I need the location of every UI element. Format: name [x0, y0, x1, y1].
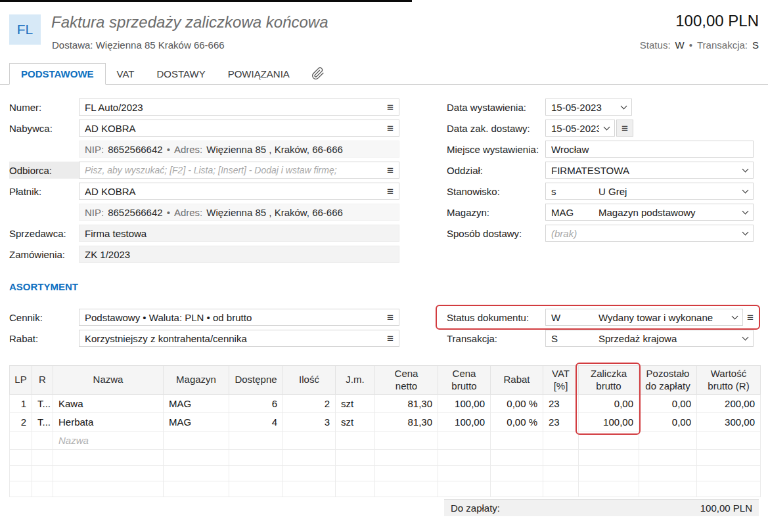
cell[interactable]: 0,00 [639, 395, 697, 413]
nip-label: NIP: [85, 144, 104, 155]
menu-icon[interactable]: ≡ [387, 123, 394, 134]
cell[interactable]: 81,30 [375, 395, 438, 413]
numer-input[interactable]: FL Auto/2023 ≡ [79, 99, 399, 116]
cell[interactable]: 300,00 [697, 413, 761, 432]
cell[interactable]: 6 [229, 395, 283, 413]
cell[interactable] [10, 432, 32, 450]
cell[interactable]: 4 [229, 413, 283, 432]
status-dokumentu-select[interactable]: W Wydany towar i wykonane [545, 309, 743, 326]
column-header-0[interactable]: LP [10, 366, 32, 395]
cell[interactable] [579, 432, 639, 450]
column-header-5[interactable]: Ilość [283, 366, 336, 395]
cennik-input[interactable]: Podstawowy • Waluta: PLN • od brutto ≡ [79, 309, 399, 326]
cell[interactable]: 3 [283, 413, 336, 432]
stanowisko-select[interactable]: s U Grej [545, 183, 754, 200]
tab-vat[interactable]: VAT [106, 63, 146, 84]
cell[interactable]: 0,00 [579, 395, 639, 413]
miejsce-wystawienia-input[interactable]: Wrocław [545, 141, 754, 158]
column-header-3[interactable]: Magazyn [164, 366, 229, 395]
cell[interactable] [32, 432, 53, 450]
data-zak-dostawy-select[interactable]: 15-05-2023 [545, 120, 615, 137]
cell[interactable]: 2 [283, 395, 336, 413]
menu-icon[interactable]: ≡ [387, 186, 394, 197]
cell[interactable]: 100,00 [438, 413, 491, 432]
cell[interactable]: 0,00 % [491, 413, 543, 432]
column-header-4[interactable]: Dostępne [229, 366, 283, 395]
menu-icon[interactable]: ≡ [747, 312, 754, 323]
column-header-1[interactable]: R [32, 366, 53, 395]
chevron-down-icon [621, 102, 627, 109]
cell[interactable]: 100,00 [579, 413, 639, 432]
cell [32, 466, 53, 481]
table-row[interactable]: 1T...KawaMAG62szt81,30100,000,00 %230,00… [10, 395, 761, 413]
cell[interactable]: 23 [543, 395, 579, 413]
data-zak-dostawy-menu-button[interactable]: ≡ [616, 120, 633, 137]
sposob-dostawy-select[interactable]: (brak) [545, 225, 754, 242]
oddzial-select[interactable]: FIRMATESTOWA [545, 162, 754, 179]
cell[interactable]: T... [32, 413, 53, 432]
magazyn-select[interactable]: MAG Magazyn podstawowy [545, 204, 754, 221]
column-header-13[interactable]: Wartość brutto (R) [697, 366, 761, 395]
cell[interactable]: MAG [164, 395, 229, 413]
transakcja-select[interactable]: S Sprzedaż krajowa [545, 330, 754, 347]
nip-value: 8652566642 [108, 207, 162, 218]
cell[interactable]: 2 [10, 413, 32, 432]
empty-row [10, 466, 761, 481]
cell[interactable] [639, 432, 697, 450]
cell[interactable]: 1 [10, 395, 32, 413]
cell [438, 481, 491, 497]
chevron-down-icon [742, 229, 749, 235]
table-row[interactable]: Nazwa [10, 432, 761, 450]
cell[interactable] [438, 432, 491, 450]
cell[interactable]: szt [336, 395, 375, 413]
odbiorca-input[interactable]: Pisz, aby wyszukać; [F2] - Lista; [Inser… [79, 162, 399, 179]
cell[interactable]: 100,00 [438, 395, 491, 413]
cell[interactable]: szt [336, 413, 375, 432]
column-header-7[interactable]: Cena netto [375, 366, 438, 395]
cell[interactable]: 200,00 [697, 395, 761, 413]
cell[interactable]: 23 [543, 413, 579, 432]
menu-icon[interactable]: ≡ [387, 312, 394, 323]
cell[interactable]: 81,30 [375, 413, 438, 432]
nabywca-input[interactable]: AD KOBRA ≡ [79, 120, 399, 137]
tab-podstawowe[interactable]: PODSTAWOWE [9, 63, 106, 85]
cell[interactable] [375, 432, 438, 450]
cell[interactable]: 0,00 % [491, 395, 543, 413]
column-header-9[interactable]: Rabat [491, 366, 543, 395]
cell[interactable]: Kawa [53, 395, 164, 413]
cell [164, 466, 229, 481]
cell[interactable] [543, 432, 579, 450]
menu-icon[interactable]: ≡ [387, 165, 394, 176]
cell[interactable]: MAG [164, 413, 229, 432]
status-dokumentu-code: W [551, 312, 599, 323]
cell[interactable] [491, 432, 543, 450]
column-header-10[interactable]: VAT [%] [543, 366, 579, 395]
cell [229, 466, 283, 481]
table-row[interactable]: 2T...HerbataMAG43szt81,30100,000,00 %231… [10, 413, 761, 432]
cell[interactable] [336, 432, 375, 450]
cell[interactable] [697, 432, 761, 450]
menu-icon[interactable]: ≡ [387, 333, 394, 344]
tab-powiazania[interactable]: POWIĄZANIA [217, 63, 301, 84]
cell[interactable] [229, 432, 283, 450]
data-wystawienia-select[interactable]: 15-05-2023 [545, 99, 632, 116]
cell [10, 450, 32, 466]
column-header-11[interactable]: Zaliczka brutto [579, 366, 639, 395]
cell[interactable]: Herbata [53, 413, 164, 432]
column-header-6[interactable]: J.m. [336, 366, 375, 395]
tab-dostawy[interactable]: DOSTAWY [146, 63, 217, 84]
column-header-2[interactable]: Nazwa [53, 366, 164, 395]
cell[interactable]: T... [32, 395, 53, 413]
cell[interactable]: 0,00 [639, 413, 697, 432]
cell[interactable] [283, 432, 336, 450]
cell[interactable]: Nazwa [53, 432, 164, 450]
platnik-input[interactable]: AD KOBRA ≡ [79, 183, 399, 200]
status-dokumentu-value: Wydany towar i wykonane [599, 312, 727, 323]
cell[interactable] [164, 432, 229, 450]
attachments-button[interactable] [311, 63, 325, 84]
column-header-12[interactable]: Pozostało do zapłaty [639, 366, 697, 395]
menu-icon[interactable]: ≡ [387, 102, 394, 113]
column-header-8[interactable]: Cena brutto [438, 366, 491, 395]
rabat-input[interactable]: Korzystniejszy z kontrahenta/cennika ≡ [79, 330, 399, 347]
document-type-badge: FL [9, 14, 41, 45]
